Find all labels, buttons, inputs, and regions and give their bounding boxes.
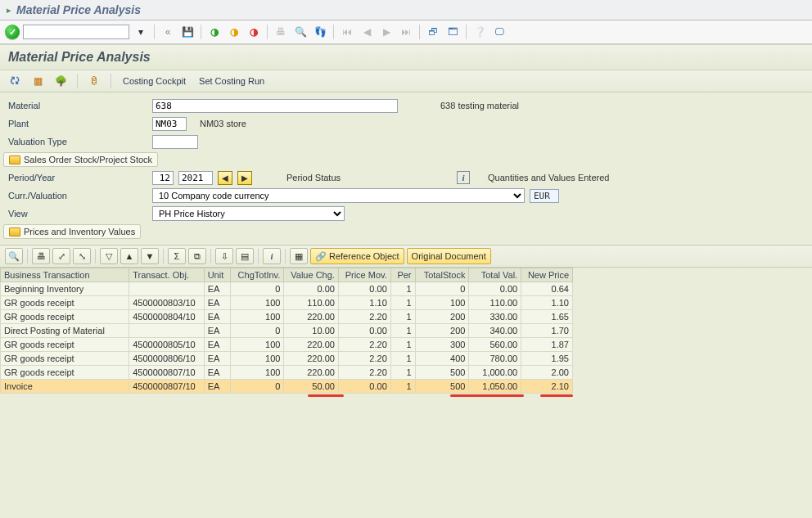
detail-icon[interactable]: 🔍 bbox=[5, 248, 23, 264]
col-transact-obj[interactable]: Transact. Obj. bbox=[129, 268, 204, 282]
shortcut-icon[interactable]: 🗔 bbox=[444, 24, 461, 40]
cell-biztrans: GR goods receipt bbox=[1, 296, 129, 310]
filter-icon[interactable]: ▽ bbox=[100, 248, 118, 264]
new-session-icon[interactable]: 🗗 bbox=[425, 24, 441, 40]
set-costing-run-button[interactable]: Set Costing Run bbox=[196, 74, 268, 88]
expand-icon[interactable]: ⤢ bbox=[52, 248, 70, 264]
cell-pricemov: 1.10 bbox=[338, 296, 390, 310]
material-desc: 638 testing material bbox=[440, 101, 519, 110]
cell-transobj bbox=[129, 324, 204, 338]
sum-icon[interactable]: Σ bbox=[168, 248, 186, 264]
cell-pricemov: 2.20 bbox=[338, 352, 390, 366]
currency-select[interactable]: 10 Company code currency bbox=[152, 188, 525, 203]
enter-icon[interactable]: ✓ bbox=[5, 25, 20, 39]
table-row[interactable]: Beginning InventoryEA00.000.00100.000.64 bbox=[1, 282, 573, 296]
app-toolbar: 🗘 ▦ 🌳 🛢 Costing Cockpit Set Costing Run bbox=[0, 70, 812, 92]
stock-toggle[interactable]: Sales Order Stock/Project Stock bbox=[3, 152, 158, 167]
col-unit[interactable]: Unit bbox=[204, 268, 230, 282]
prices-toggle-label: Prices and Inventory Values bbox=[24, 227, 135, 236]
col-per[interactable]: Per bbox=[390, 268, 415, 282]
original-document-button[interactable]: Original Document bbox=[407, 248, 491, 264]
grid-icon[interactable]: ▦ bbox=[29, 73, 46, 89]
col-pricemov[interactable]: Price Mov. bbox=[338, 268, 390, 282]
folder-icon bbox=[9, 227, 20, 236]
cell-newprice: 0.64 bbox=[521, 282, 573, 296]
back-icon[interactable]: ◑ bbox=[206, 24, 223, 40]
col-totalval[interactable]: Total Val. bbox=[469, 268, 521, 282]
hierarchy-icon[interactable]: 🌳 bbox=[52, 73, 69, 89]
col-totalstock[interactable]: TotalStock bbox=[415, 268, 469, 282]
cell-totalstock: 100 bbox=[415, 296, 469, 310]
command-field[interactable] bbox=[23, 25, 129, 39]
costing-cockpit-button[interactable]: Costing Cockpit bbox=[120, 74, 189, 88]
col-business-transaction[interactable]: Business Transaction bbox=[1, 268, 129, 282]
cell-transobj: 4500000806/10 bbox=[129, 352, 204, 366]
col-valuechg[interactable]: Value Chg. bbox=[284, 268, 339, 282]
layout-icon[interactable]: 🖵 bbox=[491, 24, 508, 40]
table-row[interactable]: GR goods receipt4500000807/10EA100220.00… bbox=[1, 366, 573, 380]
cell-chgtotinv: 100 bbox=[230, 352, 284, 366]
cell-transobj: 4500000807/10 bbox=[129, 380, 204, 394]
cell-valuechg: 10.00 bbox=[284, 324, 339, 338]
table-row[interactable]: GR goods receipt4500000803/10EA100110.00… bbox=[1, 296, 573, 310]
prev-page-icon[interactable]: ◀ bbox=[359, 24, 375, 40]
view-label: View bbox=[8, 209, 147, 218]
cell-totalval: 330.00 bbox=[469, 310, 521, 324]
next-page-icon[interactable]: ▶ bbox=[378, 24, 395, 40]
table-row[interactable]: GR goods receipt4500000806/10EA100220.00… bbox=[1, 352, 573, 366]
cell-newprice: 1.65 bbox=[521, 310, 573, 324]
cell-chgtotinv: 0 bbox=[230, 282, 284, 296]
subtotal-icon[interactable]: ⧉ bbox=[188, 248, 206, 264]
cell-biztrans: GR goods receipt bbox=[1, 338, 129, 352]
info-icon[interactable]: i bbox=[457, 171, 470, 184]
plant-input[interactable] bbox=[152, 117, 187, 131]
table-row[interactable]: GR goods receipt4500000805/10EA100220.00… bbox=[1, 338, 573, 352]
table-row[interactable]: Invoice4500000807/10EA050.000.0015001,05… bbox=[1, 380, 573, 394]
window-titlebar: ▸ Material Price Analysis bbox=[0, 0, 812, 20]
currency-label: Curr./Valuation bbox=[8, 191, 147, 200]
print-alv-icon[interactable]: 🖶 bbox=[32, 248, 50, 264]
period-next-button[interactable]: ▶ bbox=[237, 171, 252, 185]
period-input[interactable] bbox=[152, 171, 174, 185]
cell-totalval: 1,050.00 bbox=[469, 380, 521, 394]
print-icon[interactable]: 🖶 bbox=[273, 24, 289, 40]
col-newprice[interactable]: New Price bbox=[521, 268, 573, 282]
exit-icon[interactable]: ◑ bbox=[226, 24, 242, 40]
barrel-icon[interactable]: 🛢 bbox=[86, 73, 102, 89]
prices-toggle[interactable]: Prices and Inventory Values bbox=[3, 224, 141, 239]
layout-change-icon[interactable]: ▤ bbox=[236, 248, 254, 264]
cell-biztrans: Invoice bbox=[1, 380, 129, 394]
material-input[interactable] bbox=[152, 99, 398, 113]
menu-expand-icon[interactable]: ▸ bbox=[7, 5, 11, 16]
export-icon[interactable]: ⇩ bbox=[215, 248, 233, 264]
year-input[interactable] bbox=[178, 171, 213, 185]
help-icon[interactable]: ❔ bbox=[471, 24, 488, 40]
reference-object-button[interactable]: 🔗 Reference Object bbox=[310, 248, 404, 264]
col-chgtotinv[interactable]: ChgTotInv. bbox=[230, 268, 284, 282]
table-row[interactable]: GR goods receipt4500000804/10EA100220.00… bbox=[1, 310, 573, 324]
cancel-icon[interactable]: ◑ bbox=[246, 24, 262, 40]
back-chevron-icon[interactable]: « bbox=[160, 24, 176, 40]
find-icon[interactable]: 🔍 bbox=[292, 24, 309, 40]
period-status-desc: Quantities and Values Entered bbox=[488, 173, 609, 182]
sort-asc-icon[interactable]: ▲ bbox=[120, 248, 138, 264]
table-row[interactable]: Direct Posting of MaterialEA010.000.0012… bbox=[1, 324, 573, 338]
refresh-icon[interactable]: 🗘 bbox=[7, 73, 23, 89]
graphic-icon[interactable]: ▦ bbox=[290, 248, 308, 264]
save-icon[interactable]: 💾 bbox=[179, 24, 196, 40]
sort-desc-icon[interactable]: ▼ bbox=[141, 248, 159, 264]
find-next-icon[interactable]: 👣 bbox=[312, 24, 328, 40]
period-prev-button[interactable]: ◀ bbox=[218, 171, 232, 185]
view-select[interactable]: PH Price History bbox=[152, 206, 345, 221]
dropdown-icon[interactable]: ▾ bbox=[133, 24, 149, 40]
cell-totalval: 0.00 bbox=[469, 282, 521, 296]
cell-totalstock: 500 bbox=[415, 380, 469, 394]
cell-unit: EA bbox=[204, 352, 230, 366]
last-page-icon[interactable]: ⏭ bbox=[398, 24, 414, 40]
collapse-icon[interactable]: ⤡ bbox=[73, 248, 91, 264]
first-page-icon[interactable]: ⏮ bbox=[339, 24, 355, 40]
valuation-type-input[interactable] bbox=[152, 135, 198, 149]
annotation-line bbox=[540, 394, 573, 397]
cell-pricemov: 2.20 bbox=[338, 338, 390, 352]
info-alv-icon[interactable]: i bbox=[263, 248, 281, 264]
